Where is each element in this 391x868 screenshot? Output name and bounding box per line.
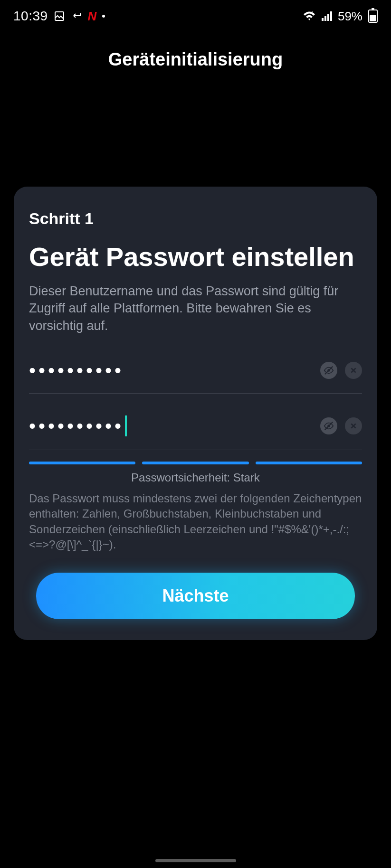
confirm-password-masked-value: •••••••••• (29, 416, 124, 435)
svg-text:6: 6 (311, 11, 314, 15)
password-rules-text: Das Passwort muss mindestens zwei der fo… (29, 491, 362, 553)
strength-bar-2 (142, 462, 248, 464)
svg-rect-2 (322, 18, 324, 21)
clear-input-button[interactable] (345, 417, 362, 434)
password-input[interactable]: •••••••••• (29, 361, 313, 380)
battery-percent: 59% (338, 9, 362, 24)
more-notifications-dot (102, 15, 105, 18)
setup-card: Schritt 1 Gerät Passwort einstellen Dies… (14, 187, 377, 640)
password-masked-value: •••••••••• (29, 361, 124, 380)
confirm-password-field-row: •••••••••• (29, 394, 362, 450)
clear-input-button[interactable] (345, 362, 362, 379)
password-strength-label: Passwortsicherheit: Stark (29, 471, 362, 484)
status-bar: 10:39 N 6 59% (0, 0, 391, 29)
toggle-visibility-button[interactable] (320, 417, 337, 434)
svg-rect-3 (324, 16, 326, 21)
next-button[interactable]: Nächste (36, 573, 355, 619)
text-cursor (125, 415, 127, 436)
strength-bar-1 (29, 462, 135, 464)
battery-icon (368, 9, 378, 23)
signal-icon (322, 11, 332, 21)
clock: 10:39 (13, 9, 48, 24)
password-field-row: •••••••••• (29, 339, 362, 394)
step-label: Schritt 1 (29, 209, 362, 228)
page-title: Geräteinitialisierung (0, 49, 391, 70)
card-title: Gerät Passwort einstellen (29, 242, 362, 272)
svg-rect-4 (327, 14, 329, 21)
confirm-password-input[interactable]: •••••••••• (29, 415, 313, 436)
arrow-left-icon (71, 11, 82, 21)
toggle-visibility-button[interactable] (320, 362, 337, 379)
netflix-icon: N (88, 9, 97, 24)
wifi-icon: 6 (303, 11, 316, 21)
card-subtitle: Dieser Benutzername und das Passwort sin… (29, 283, 362, 334)
svg-rect-5 (330, 11, 332, 21)
password-strength-meter (29, 462, 362, 464)
strength-bar-3 (256, 462, 362, 464)
picture-icon (54, 10, 65, 22)
gesture-nav-handle[interactable] (155, 859, 236, 862)
